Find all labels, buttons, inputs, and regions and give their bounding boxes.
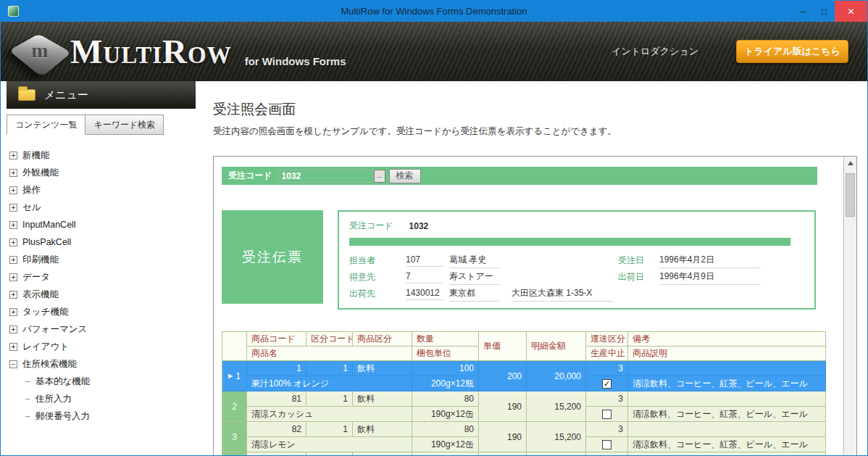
cell-unit[interactable]: 190g×12缶 <box>412 407 479 422</box>
cell-qty[interactable]: 100 <box>412 361 479 376</box>
row-selector[interactable]: 3 <box>222 422 247 452</box>
cell-category-code[interactable]: 1 <box>306 422 353 437</box>
cell-amount[interactable]: 20,000 <box>527 361 586 391</box>
cell-amount[interactable] <box>527 452 586 455</box>
cell-description[interactable]: 清涼飲料、コーヒー、紅茶、ビール、エール <box>628 407 826 422</box>
cell-product-code[interactable]: 90 <box>247 452 306 455</box>
expand-icon[interactable] <box>9 343 17 351</box>
tree-item-inputmancell[interactable]: InputManCell <box>9 216 196 233</box>
cell-product-name[interactable]: 清涼スカッシュ <box>247 407 412 422</box>
cell-product-name[interactable]: 果汁100% オレンジ <box>247 376 412 391</box>
tree-item-pluspakcell[interactable]: PlusPakCell <box>9 233 196 251</box>
expand-icon[interactable] <box>9 152 17 159</box>
tree-item-new-features[interactable]: 新機能 <box>9 146 196 164</box>
cell-category[interactable]: 飲料 <box>353 361 412 376</box>
expand-icon[interactable] <box>9 256 17 264</box>
cell-category[interactable]: 穀類・シリア <box>353 452 412 455</box>
minimize-button[interactable]: – <box>793 1 814 22</box>
cell-transport[interactable]: 3 <box>586 422 628 437</box>
cell-category[interactable]: 飲料 <box>353 391 412 407</box>
expand-icon[interactable] <box>9 169 17 177</box>
tree-item-touch[interactable]: タッチ機能 <box>9 303 196 320</box>
tree-item-performance[interactable]: パフォーマンス <box>9 320 196 338</box>
expand-icon[interactable] <box>9 204 17 212</box>
demo-panel: 受注コード ... 検索 受注伝票 受注コード 1032 <box>213 156 857 455</box>
tree-item-zipcode-input[interactable]: 郵便番号入力 <box>9 407 196 425</box>
discontinued-checkbox[interactable] <box>602 440 612 449</box>
tab-keyword-search[interactable]: キーワード検索 <box>85 115 164 135</box>
expand-icon[interactable] <box>9 326 17 333</box>
close-button[interactable]: ✕ <box>835 1 867 22</box>
cell-price[interactable]: 190 <box>479 391 527 422</box>
expand-icon[interactable] <box>9 308 17 316</box>
cell-description[interactable]: 清涼飲料、コーヒー、紅茶、ビール、エール <box>628 376 826 391</box>
cell-note[interactable] <box>628 452 826 455</box>
tree-item-basic-features[interactable]: 基本的な機能 <box>9 373 196 390</box>
cell-qty[interactable]: 80 <box>412 391 479 407</box>
tree-item-address-input[interactable]: 住所入力 <box>9 390 196 407</box>
nav-link-introduction[interactable]: イントロダクション <box>612 45 698 58</box>
tree-item-print[interactable]: 印刷機能 <box>9 251 196 268</box>
cell-note[interactable] <box>628 422 826 437</box>
expand-icon[interactable] <box>9 221 17 229</box>
collapse-icon[interactable] <box>9 360 17 368</box>
cell-category-code[interactable]: 1 <box>306 361 353 376</box>
tree-item-layout[interactable]: レイアウト <box>9 338 196 355</box>
cell-category-code[interactable]: 1 <box>306 391 353 407</box>
customer-label: 得意先 <box>349 269 391 286</box>
scrollbar-thumb[interactable] <box>846 173 855 217</box>
tab-contents-list[interactable]: コンテンツ一覧 <box>7 115 85 135</box>
cell-price[interactable]: 190 <box>479 422 527 452</box>
expand-icon[interactable] <box>9 186 17 194</box>
tree-item-operation[interactable]: 操作 <box>9 181 196 199</box>
tree-item-display[interactable]: 表示機能 <box>9 286 196 303</box>
tree-item-data[interactable]: データ <box>9 268 196 286</box>
cell-transport[interactable] <box>586 452 628 455</box>
multirow-logo-icon: m <box>11 25 69 78</box>
expand-icon[interactable] <box>9 291 17 299</box>
cell-category[interactable]: 飲料 <box>353 422 412 437</box>
cell-note[interactable] <box>628 361 826 376</box>
discontinued-checkbox[interactable] <box>602 410 612 419</box>
row-selector[interactable]: 2 <box>222 391 247 422</box>
cell-note[interactable] <box>628 391 826 407</box>
col-header-note: 備考 <box>628 332 826 347</box>
tree-item-address-search[interactable]: 住所検索機能 <box>9 355 196 373</box>
cell-category-code[interactable]: 5 <box>306 452 353 455</box>
cell-price[interactable] <box>479 452 527 455</box>
tree-item-appearance[interactable]: 外観機能 <box>9 164 196 181</box>
tree-item-cell[interactable]: セル <box>9 199 196 216</box>
main-content: 受注照会画面 受注内容の照会画面を模したサンプルです。受注コードから受注伝票を表… <box>196 81 867 455</box>
cell-qty[interactable]: 50 <box>412 452 479 455</box>
cell-amount[interactable]: 15,200 <box>527 422 586 452</box>
cell-product-name[interactable]: 清涼レモン <box>247 437 412 452</box>
scroll-up-button[interactable] <box>844 157 856 169</box>
trial-cta-button[interactable]: トライアル版はこちら <box>736 40 848 63</box>
cell-unit[interactable]: 190g×12缶 <box>412 437 479 452</box>
expand-icon[interactable] <box>9 239 17 246</box>
maximize-button[interactable]: □ <box>814 1 835 22</box>
app-body: メニュー コンテンツ一覧 キーワード検索 新機能 外観機能 操作 セル Inpu… <box>1 81 867 455</box>
cell-product-code[interactable]: 82 <box>247 422 306 437</box>
row-selector[interactable]: ▶1 <box>222 361 247 391</box>
cell-qty[interactable]: 80 <box>412 422 479 437</box>
discontinued-checkbox[interactable]: ✓ <box>602 379 612 389</box>
vertical-scrollbar[interactable] <box>843 157 856 455</box>
cell-product-code[interactable]: 81 <box>247 391 306 407</box>
cell-transport[interactable]: 3 <box>586 391 628 407</box>
search-button[interactable]: 検索 <box>389 169 421 183</box>
col-header-transport: 運送区分 <box>586 332 628 347</box>
cell-price[interactable]: 200 <box>479 361 527 391</box>
cell-amount[interactable]: 15,200 <box>527 391 586 422</box>
cell-description[interactable]: 清涼飲料、コーヒー、紅茶、ビール、エール <box>628 437 826 452</box>
order-search-bar: 受注コード ... 検索 <box>222 167 817 185</box>
expand-icon[interactable] <box>9 273 17 281</box>
cell-product-code[interactable]: 1 <box>247 361 306 376</box>
order-slip-stamp: 受注伝票 <box>222 210 323 304</box>
cell-transport[interactable]: 3 <box>586 361 628 376</box>
cell-unit[interactable]: 200g×12瓶 <box>412 376 479 391</box>
browse-button[interactable]: ... <box>374 170 385 183</box>
row-selector[interactable]: 4 <box>222 452 247 455</box>
menu-title: メニュー <box>44 88 88 102</box>
order-code-input[interactable] <box>278 170 374 183</box>
